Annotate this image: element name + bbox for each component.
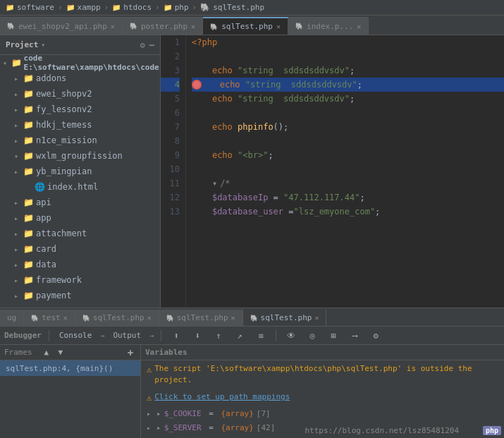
php-file-icon-4: 🐘 xyxy=(295,23,303,30)
sidebar-icons[interactable]: ⚙ — xyxy=(140,40,154,50)
bottom-tab-bug[interactable]: ug xyxy=(0,310,24,326)
sidebar-item-app[interactable]: 📁 app xyxy=(0,210,160,226)
code-line-3: echo "string sddsdsddvsdv" ; xyxy=(192,63,504,78)
php-icon-sql1: 🐘 xyxy=(82,315,90,322)
sidebar-item-data[interactable]: 📁 data xyxy=(0,257,160,272)
tree-label-card: card xyxy=(36,244,56,254)
tab-close-sql1[interactable]: ✕ xyxy=(147,314,152,322)
chevron-app xyxy=(14,214,21,222)
bottom-tab-sql1[interactable]: 🐘 sqlTest.php ✕ xyxy=(75,310,159,326)
path-mappings-link[interactable]: Click to set up path mappings xyxy=(154,391,290,403)
variables-panel: Variables ⚠ The script 'E:\software\xamp… xyxy=(141,345,504,438)
sidebar-tree: 📁 code E:\software\xampp\htdocs\code 📁 a… xyxy=(0,55,160,308)
console-tab-btn[interactable]: Console xyxy=(56,329,94,343)
sidebar-item-fy[interactable]: 📁 fy_lessonv2 xyxy=(0,102,160,117)
folder-icon-php: 📁 xyxy=(164,4,172,11)
folder-icon-hdkj: 📁 xyxy=(23,120,34,130)
sidebar-item-payment[interactable]: 📁 payment xyxy=(0,288,160,303)
chevron-ewei xyxy=(14,90,21,98)
step-out-btn[interactable]: ↑ xyxy=(211,329,226,343)
warning-icon-2: ⚠ xyxy=(147,392,152,403)
sidebar-item-card[interactable]: 📁 card xyxy=(0,241,160,257)
tree-label-fy: fy_lessonv2 xyxy=(36,104,92,114)
php-file-icon-2: 🐘 xyxy=(130,23,137,30)
sidebar-item-n1ce[interactable]: 📁 n1ce_mission xyxy=(0,133,160,148)
chevron-addons xyxy=(14,75,21,83)
tree-root-code[interactable]: 📁 code E:\software\xampp\htdocs\code xyxy=(0,55,160,71)
breadcrumb-file[interactable]: sqlTest.php xyxy=(213,3,264,12)
var-expand-server-inner: ▸ xyxy=(156,423,161,432)
code-lines[interactable]: <?php echo "string sddsdsddvsdv" ; echo xyxy=(186,35,504,308)
breadcrumb-php[interactable]: php xyxy=(175,3,189,12)
code-line-6 xyxy=(192,106,504,120)
tree-root-label: code E:\software\xampp\htdocs\code xyxy=(24,55,160,72)
frames-title: Frames xyxy=(4,348,32,357)
output-tab-btn[interactable]: Output xyxy=(110,329,144,343)
threads-btn[interactable]: ⊞ xyxy=(326,329,341,343)
tab-close-test[interactable]: ✕ xyxy=(63,314,68,322)
sidebar-item-attachment[interactable]: 📁 attachment xyxy=(0,226,160,241)
tab-close-0[interactable]: ✕ xyxy=(111,23,115,30)
step-over-btn[interactable]: ⬆ xyxy=(168,329,184,343)
code-line-2 xyxy=(192,49,504,63)
chevron-framework xyxy=(14,276,21,284)
tab-close-2[interactable]: ✕ xyxy=(276,23,281,30)
php-icon-sql2: 🐘 xyxy=(166,315,174,322)
bottom-tab-sql3[interactable]: 🐘 sqlTest.php ✕ xyxy=(243,310,327,326)
tab-close-1[interactable]: ✕ xyxy=(191,23,195,30)
frame-item-main[interactable]: sqlTest.php:4, {main}() xyxy=(0,360,140,376)
export-btn[interactable]: ⟶ xyxy=(347,329,362,343)
breadcrumb-xampp[interactable]: xampp xyxy=(78,3,101,12)
tree-label-wxlm: wxlm_groupfission xyxy=(36,151,123,161)
evaluate-btn[interactable]: ≡ xyxy=(253,329,269,343)
var-name-cookie: $_COOKIE xyxy=(164,409,202,418)
folder-icon-xampp: 📁 xyxy=(66,4,75,11)
main-area: Project ▾ ⚙ — 📁 code E:\software\xampp\h… xyxy=(0,35,504,308)
run-to-cursor-btn[interactable]: ↗ xyxy=(232,329,247,343)
sidebar-item-framework[interactable]: 📁 framework xyxy=(0,272,160,288)
var-count-cookie: [7] xyxy=(257,409,271,418)
sidebar-minimize-icon[interactable]: — xyxy=(149,40,154,50)
tab-ewei-shopv2-api[interactable]: 🐘 ewei_shopv2_api.php ✕ xyxy=(0,17,123,35)
breadcrumb-software[interactable]: software xyxy=(17,3,54,12)
tree-label-n1ce: n1ce_mission xyxy=(36,135,97,145)
frames-up-btn[interactable]: ▲ xyxy=(41,347,52,358)
chevron-attachment xyxy=(14,230,21,238)
bottom-tab-sql2[interactable]: 🐘 sqlTest.php ✕ xyxy=(159,310,243,326)
var-eq-server: = xyxy=(204,423,219,432)
breadcrumb-htdocs[interactable]: htdocs xyxy=(123,3,152,12)
chevron-wxlm xyxy=(14,152,21,160)
sidebar-header: Project ▾ ⚙ — xyxy=(0,35,160,55)
sidebar-settings-icon[interactable]: ⚙ xyxy=(140,40,145,50)
tab-close-sql3[interactable]: ✕ xyxy=(314,314,319,322)
sidebar-item-wxlm[interactable]: 📁 wxlm_groupfission xyxy=(0,148,160,164)
settings-btn[interactable]: ⚙ xyxy=(368,329,383,343)
sidebar-item-indexhtml[interactable]: 🌐 index.html xyxy=(0,179,160,195)
frames-down-btn[interactable]: ▼ xyxy=(55,347,66,358)
tree-label-app: app xyxy=(36,213,51,223)
folder-icon-addons: 📁 xyxy=(23,73,34,83)
watch-btn[interactable]: 👁 xyxy=(283,329,299,343)
step-into-btn[interactable]: ⬇ xyxy=(190,329,205,343)
tab-index[interactable]: 🐘 index.p... ✕ xyxy=(288,17,369,35)
bottom-tab-test[interactable]: 🐘 test ✕ xyxy=(24,310,75,326)
sidebar-item-yb[interactable]: 📁 yb_mingpian xyxy=(0,164,160,179)
code-line-11: ▾ /* xyxy=(192,176,504,190)
tab-poster[interactable]: 🐘 poster.php ✕ xyxy=(123,17,203,35)
frames-add-btn[interactable]: + xyxy=(125,347,136,358)
editor-tab-bar: 🐘 ewei_shopv2_api.php ✕ 🐘 poster.php ✕ 🐘… xyxy=(0,16,504,35)
sidebar-item-api[interactable]: 📁 api xyxy=(0,195,160,210)
php-icon-sql3: 🐘 xyxy=(250,315,258,322)
sidebar-item-addons[interactable]: 📁 addons xyxy=(0,71,160,86)
tree-label-attachment: attachment xyxy=(36,229,87,238)
tab-close-sql2[interactable]: ✕ xyxy=(231,314,235,322)
tab-close-3[interactable]: ✕ xyxy=(357,23,361,30)
debugger-toolbar: Debugger Console → Output → ⬆ ⬇ ↑ ↗ ≡ 👁 … xyxy=(0,327,504,345)
sidebar-item-hdkj[interactable]: 📁 hdkj_temess xyxy=(0,117,160,133)
folder-icon-api: 📁 xyxy=(23,197,34,207)
folder-icon-wxlm: 📁 xyxy=(23,151,34,161)
sidebar-item-ewei[interactable]: 📁 ewei_shopv2 xyxy=(0,86,160,102)
tab-sqltest-active[interactable]: 🐘 sqlTest.php ✕ xyxy=(203,17,288,35)
variable-item-cookie[interactable]: ▸ ▸ $_COOKIE = {array} [7] xyxy=(141,406,504,420)
memory-btn[interactable]: ◎ xyxy=(305,329,320,343)
